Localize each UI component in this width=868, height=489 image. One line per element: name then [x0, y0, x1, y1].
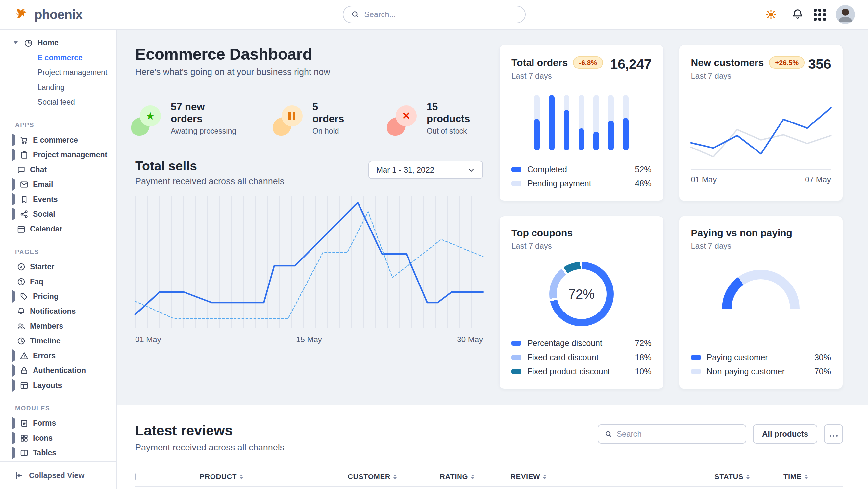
sidebar-item-chat[interactable]: Chat — [0, 162, 117, 177]
legend-label: Fixed card discount — [527, 353, 599, 362]
x-tick: 07 May — [805, 175, 831, 184]
column-header-product[interactable]: PRODUCT — [200, 472, 348, 481]
reviews-more-button[interactable] — [824, 425, 843, 443]
legend-swatch — [512, 341, 521, 346]
collapse-sidebar-button[interactable]: Collapsed View — [0, 461, 117, 489]
sidebar-item-timeline[interactable]: Timeline — [0, 334, 117, 348]
nine-dots-icon — [814, 8, 826, 21]
column-header-customer[interactable]: CUSTOMER — [348, 472, 440, 481]
x-tick: 15 May — [296, 335, 322, 344]
sidebar-item-ecommerce-dashboard[interactable]: E commerce — [0, 50, 117, 65]
sidebar-item-project-management[interactable]: Project management — [0, 147, 117, 162]
reviews-search[interactable] — [598, 425, 746, 443]
column-header-status[interactable]: STATUS — [714, 472, 783, 481]
sidebar-item-home[interactable]: Home — [0, 35, 117, 50]
bar — [608, 95, 614, 150]
page-title: Ecommerce Dashboard — [135, 45, 483, 63]
user-avatar[interactable] — [836, 5, 855, 24]
legend-label: Pending payment — [527, 179, 591, 189]
sidebar-item-notifications[interactable]: Notifications — [0, 304, 117, 319]
sidebar-item-errors[interactable]: Errors — [0, 348, 117, 363]
new-customers-chart[interactable] — [691, 96, 831, 170]
top-coupons-donut-chart[interactable]: 72% — [549, 262, 614, 326]
x-tick: 01 May — [135, 335, 161, 344]
sidebar-item-forms[interactable]: Forms — [0, 416, 117, 431]
sort-icon — [393, 474, 397, 480]
compass-icon — [17, 262, 26, 271]
layout-icon — [20, 381, 29, 390]
sidebar-item-landing[interactable]: Landing — [0, 80, 117, 95]
search-icon — [605, 430, 612, 438]
all-products-filter-button[interactable]: All products — [753, 425, 817, 443]
legend-item: Fixed card discount 18% — [512, 350, 652, 365]
card-period: Last 7 days — [512, 241, 572, 251]
sidebar-item-email[interactable]: Email — [0, 177, 117, 192]
sidebar-item-label: Project management — [33, 150, 107, 160]
sidebar-item-icons[interactable]: Icons — [0, 431, 117, 445]
column-header-time[interactable]: TIME — [783, 472, 830, 481]
chevron-down-icon — [468, 166, 475, 174]
sidebar-section-modules: MODULES — [0, 393, 117, 416]
sidebar-item-project-management-dashboard[interactable]: Project management — [0, 65, 117, 80]
date-range-value: Mar 1 - 31, 2022 — [376, 165, 434, 175]
chevron-right-icon — [12, 148, 16, 161]
sort-icon — [746, 474, 750, 480]
notifications-button[interactable] — [792, 8, 804, 21]
sort-icon — [805, 474, 808, 480]
stat-label: On hold — [312, 127, 351, 136]
bar — [623, 95, 628, 150]
sidebar-item-members[interactable]: Members — [0, 319, 117, 334]
reviews-search-input[interactable] — [617, 429, 739, 439]
column-header-rating[interactable]: RATING — [440, 472, 510, 481]
chevron-right-icon — [12, 134, 16, 146]
total-orders-bar-chart[interactable] — [512, 95, 652, 150]
sidebar-item-faq[interactable]: Faq — [0, 274, 117, 289]
theme-toggle-button[interactable] — [761, 4, 781, 25]
sidebar-item-label: E commerce — [33, 136, 78, 145]
sidebar-item-calendar[interactable]: Calendar — [0, 222, 117, 236]
grid-squares-icon — [20, 434, 29, 442]
sidebar-item-pricing[interactable]: Pricing — [0, 289, 117, 304]
sidebar-item-layouts[interactable]: Layouts — [0, 378, 117, 393]
reviews-subtitle: Payment received across all channels — [135, 442, 284, 453]
bar — [549, 95, 555, 150]
global-search[interactable] — [343, 6, 526, 23]
bar — [579, 95, 584, 150]
clipboard-icon — [20, 150, 29, 160]
sidebar-item-label: Icons — [33, 434, 53, 442]
sidebar-item-events[interactable]: Events — [0, 192, 117, 207]
sidebar-item-tables[interactable]: Tables — [0, 445, 117, 460]
card-period: Last 7 days — [691, 71, 805, 81]
collapse-label: Collapsed View — [29, 471, 84, 480]
stat-value: 57 new orders — [171, 101, 238, 125]
sidebar-item-social[interactable]: Social — [0, 207, 117, 222]
sidebar-item-ecommerce[interactable]: E commerce — [0, 133, 117, 147]
sidebar-item-authentication[interactable]: Authentication — [0, 363, 117, 378]
sidebar-item-label: Errors — [33, 351, 56, 360]
bookmark-icon — [20, 195, 29, 204]
sidebar-item-starter[interactable]: Starter — [0, 259, 117, 274]
sidebar-item-label: Home — [37, 38, 59, 48]
select-all-checkbox[interactable] — [135, 473, 136, 480]
legend-value: 30% — [814, 353, 831, 362]
paying-gauge-chart[interactable] — [722, 270, 800, 309]
new-customers-x-axis: 01 May 07 May — [691, 175, 831, 184]
total-sells-chart[interactable] — [135, 196, 483, 328]
sidebar-section-pages: PAGES — [0, 236, 117, 259]
card-period: Last 7 days — [691, 241, 792, 251]
legend-label: Non-paying customer — [707, 367, 785, 376]
legend-value: 18% — [635, 353, 651, 362]
chevron-right-icon — [12, 417, 16, 429]
global-search-input[interactable] — [364, 10, 517, 19]
sort-icon — [543, 474, 546, 480]
column-header-review[interactable]: REVIEW — [510, 472, 714, 481]
legend-value: 72% — [635, 339, 651, 348]
brand-logo[interactable]: phoenix — [0, 7, 117, 22]
apps-grid-button[interactable] — [814, 8, 826, 21]
chevron-right-icon — [12, 208, 16, 220]
date-range-select[interactable]: Mar 1 - 31, 2022 — [368, 161, 483, 179]
legend-value: 48% — [635, 179, 651, 189]
paying-vs-nonpaying-card: Paying vs non paying Last 7 days Paying … — [679, 216, 843, 389]
sidebar-item-social-feed[interactable]: Social feed — [0, 95, 117, 110]
chevron-right-icon — [12, 178, 16, 191]
